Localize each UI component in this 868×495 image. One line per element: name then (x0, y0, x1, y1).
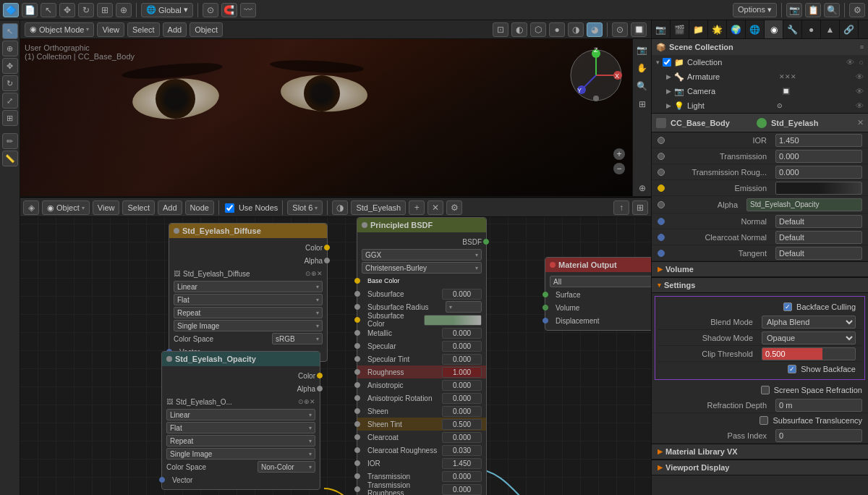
opacity-extension-dropdown[interactable]: Repeat ▾ (166, 435, 315, 447)
principled-anisotropic-rot-socket[interactable] (354, 395, 360, 401)
principled-anisotropic-rot-val[interactable]: 0.000 (442, 393, 482, 404)
properties-view-layer-tab[interactable]: 🌟 (708, 20, 727, 39)
diffuse-projection-dropdown[interactable]: Flat ▾ (174, 294, 323, 305)
diffuse-alpha-socket[interactable] (324, 258, 330, 263)
transmission-value[interactable]: 0.000 (775, 150, 862, 163)
principled-sheen-val[interactable]: 0.000 (442, 406, 482, 417)
principled-roughness-val[interactable]: 1.000 (442, 367, 482, 378)
principled-metallic-socket[interactable] (354, 330, 360, 336)
add-menu-btn[interactable]: Add (163, 22, 187, 37)
opacity-alpha-socket[interactable] (317, 386, 323, 392)
opacity-interp-row[interactable]: Linear ▾ (162, 408, 320, 421)
node-settings-btn[interactable]: ⊞ (632, 200, 648, 215)
measure-tool[interactable]: 📏 (2, 151, 18, 166)
material-preview-btn[interactable]: ◑ (568, 22, 584, 37)
view-menu-btn[interactable]: View (97, 22, 124, 37)
emission-value[interactable] (775, 182, 862, 195)
opacity-texture-name-row[interactable]: 🖼 Std_Eyelash_O... ⊙⊕✕ (162, 395, 320, 408)
principled-subsurface-color-socket[interactable] (354, 317, 360, 323)
transform-global-btn[interactable]: 🌐 Global ▾ (141, 3, 193, 17)
backface-culling-checkbox[interactable]: ✓ (783, 302, 792, 311)
clearcoat-normal-value[interactable]: Default (775, 231, 862, 244)
material-library-vx-header[interactable]: ▶ Material Library VX (652, 444, 868, 460)
new-material-btn[interactable]: + (409, 200, 425, 215)
node-up-btn[interactable]: ↑ (613, 200, 629, 215)
grab-icon[interactable]: ✋ (634, 60, 650, 76)
principled-clearcoat-roughness-socket[interactable] (354, 447, 360, 453)
node-select-btn[interactable]: Select (122, 200, 155, 215)
node-object-mode-btn[interactable]: ◉ Object ▾ (42, 200, 90, 215)
diffuse-texture-node[interactable]: Std_Eyelash_Diffuse Color Alpha (169, 223, 328, 362)
rotate-tool-btn[interactable]: ↻ (78, 3, 94, 17)
ior-value[interactable]: 1.450 (775, 134, 862, 147)
volume-section-header[interactable]: ▶ Volume (652, 261, 868, 277)
properties-render-tab[interactable]: 🎬 (671, 20, 689, 39)
armature-eye-icon[interactable]: 👁 (856, 72, 864, 81)
diffuse-source-row[interactable]: Single Image ▾ (169, 319, 327, 332)
node-editor-type-btn[interactable]: ◈ (23, 200, 39, 215)
principled-dist-row[interactable]: GGX ▾ (357, 248, 486, 261)
pan-icon[interactable]: ⊕ (634, 180, 650, 196)
blender-logo[interactable]: 🔷 (3, 3, 19, 17)
output-target-row[interactable]: All ▾ (545, 275, 651, 288)
collection-hide-icon[interactable]: ○ (859, 58, 864, 67)
diffuse-proj-row[interactable]: Flat ▾ (169, 293, 327, 306)
opacity-proj-row[interactable]: Flat ▾ (162, 421, 320, 434)
diffuse-color-socket[interactable] (324, 245, 330, 250)
diffuse-interpolation-dropdown[interactable]: Linear ▾ (174, 281, 323, 292)
principled-subsurface-radius-dropdown[interactable]: ▾ (446, 301, 482, 313)
opacity-source-row[interactable]: Single Image ▾ (162, 447, 320, 460)
output-surface-socket[interactable] (542, 292, 548, 297)
clip-threshold-bar[interactable]: 0.500 (762, 347, 856, 360)
object-menu-btn[interactable]: Object (190, 22, 223, 37)
viewport-shading-btn[interactable]: ◐ (511, 22, 527, 37)
principled-subsurface-radius-socket[interactable] (354, 304, 360, 310)
principled-sheen-socket[interactable] (354, 408, 360, 414)
tree-item-light[interactable]: ▶ 💡 Light ⊙ 👁 (652, 98, 868, 113)
principled-metallic-val[interactable]: 0.000 (442, 328, 482, 339)
node-view-btn[interactable]: View (93, 200, 120, 215)
snap-btn[interactable]: 🧲 (221, 3, 237, 17)
use-nodes-checkbox[interactable] (225, 203, 234, 213)
tree-item-armature[interactable]: ▶ 🦴 Armature ✕✕✕ 👁 (652, 69, 868, 84)
properties-object-tab[interactable]: ◉ (765, 20, 783, 39)
diffuse-texture-name-row[interactable]: 🖼 Std_Eyelash_Diffuse ⊙⊕✕ (169, 267, 327, 280)
wireframe-btn[interactable]: ⬡ (530, 22, 546, 37)
principled-ior-socket[interactable] (354, 460, 360, 466)
output-volume-socket[interactable] (542, 305, 548, 310)
cursor-tool-btn[interactable]: ↖ (41, 3, 56, 17)
tree-item-camera[interactable]: ▶ 📷 Camera 🔲 👁 (652, 84, 868, 98)
principled-anisotropic-socket[interactable] (354, 382, 360, 388)
tree-item-collection[interactable]: ▾ 📁 Collection 👁 ○ (652, 55, 868, 69)
principled-clearcoat-val[interactable]: 0.000 (442, 432, 482, 443)
rendered-btn[interactable]: ◕ (587, 22, 603, 37)
rotate-tool[interactable]: ↻ (2, 75, 18, 91)
material-name-btn[interactable]: Std_Eyelash (351, 200, 406, 215)
scale-tool[interactable]: ⤢ (2, 93, 18, 109)
move-tool-btn[interactable]: ✥ (59, 3, 75, 17)
settings-section-header[interactable]: ▾ Settings (652, 277, 868, 293)
normal-value[interactable]: Default (775, 215, 862, 228)
transform-tool-btn[interactable]: ⊕ (116, 3, 132, 17)
viewport-display-header[interactable]: ▶ Viewport Display (652, 460, 868, 475)
principled-specular-val[interactable]: 0.000 (442, 341, 482, 352)
principled-ior-val[interactable]: 1.450 (442, 458, 482, 469)
opacity-texture-node[interactable]: Std_Eyelash_Opacity Color Alpha (161, 351, 320, 490)
refraction-depth-value[interactable]: 0 m (775, 399, 862, 412)
principled-subsurface-socket[interactable] (354, 291, 360, 297)
scale-tool-btn[interactable]: ⊞ (97, 3, 113, 17)
curve-btn[interactable]: 〰 (240, 3, 256, 17)
principled-clearcoat-socket[interactable] (354, 434, 360, 440)
principled-transmission-socket[interactable] (354, 473, 360, 479)
zoom-in-btn[interactable]: + (613, 148, 625, 160)
principled-subsurface-val[interactable]: 0.000 (442, 289, 482, 300)
light-eye-icon[interactable]: 👁 (856, 101, 864, 110)
opacity-interpolation-dropdown[interactable]: Linear ▾ (166, 409, 315, 420)
render-icon-btn[interactable]: 📷 (786, 3, 802, 17)
material-sphere-icon[interactable]: ◑ (332, 200, 348, 215)
outliner-icon-btn[interactable]: 📋 (805, 3, 821, 17)
principled-sheen-tint-socket[interactable] (354, 421, 360, 427)
shadow-mode-dropdown[interactable]: Opaque (762, 331, 856, 344)
principled-subsurface-method-row[interactable]: Christensen-Burley ▾ (357, 261, 486, 274)
principled-subsurface-color-swatch[interactable] (424, 315, 482, 326)
